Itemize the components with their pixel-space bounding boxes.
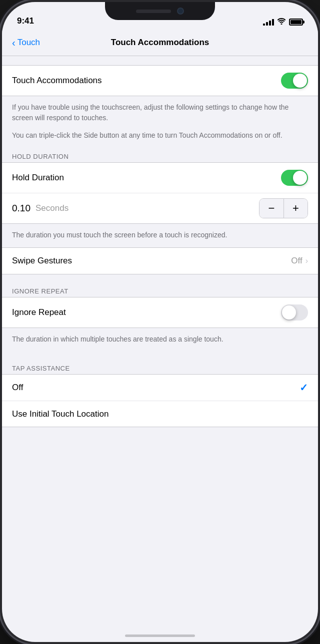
tap-assistance-section-header: TAP ASSISTANCE — [2, 361, 318, 374]
tap-assistance-initial-row[interactable]: Use Initial Touch Location — [2, 401, 318, 427]
home-indicator[interactable] — [125, 634, 195, 637]
toggle-knob-ignore — [282, 305, 296, 319]
swipe-gestures-nav-right: Off › — [291, 256, 308, 266]
tap-assistance-off-label: Off — [12, 383, 23, 393]
stepper-row: 0.10 Seconds − + — [2, 193, 318, 223]
ignore-repeat-toggle[interactable] — [281, 304, 308, 320]
touch-accommodations-row: Touch Accommodations — [2, 66, 318, 96]
ignore-repeat-row: Ignore Repeat — [2, 297, 318, 328]
swipe-gestures-label: Swipe Gestures — [12, 256, 72, 266]
toggle-knob-hold — [293, 171, 307, 185]
ignore-repeat-section-header: IGNORE REPEAT — [2, 283, 318, 297]
status-time: 9:41 — [17, 16, 34, 26]
nav-bar: ‹ Touch Touch Accommodations — [2, 29, 318, 56]
back-button[interactable]: ‹ Touch — [12, 38, 40, 48]
swipe-gestures-value: Off — [291, 256, 302, 266]
battery-icon — [289, 19, 303, 26]
back-chevron-icon: ‹ — [12, 38, 16, 48]
ignore-repeat-card: Ignore Repeat — [2, 297, 318, 328]
ignore-repeat-desc: The duration in which multiple touches a… — [2, 328, 318, 352]
stepper-minus-button[interactable]: − — [260, 199, 284, 218]
scroll-area[interactable]: Touch Accommodations If you have trouble… — [2, 56, 318, 600]
hold-duration-section-header: HOLD DURATION — [2, 149, 318, 162]
hold-duration-desc: The duration you must touch the screen b… — [2, 224, 318, 247]
stepper-unit: Seconds — [36, 203, 259, 213]
stepper-plus-button[interactable]: + — [284, 199, 308, 218]
hold-duration-toggle[interactable] — [281, 170, 308, 186]
section-gap-3 — [2, 352, 318, 361]
section-gap-1 — [2, 56, 318, 65]
swipe-gestures-row[interactable]: Swipe Gestures Off › — [2, 248, 318, 274]
page-title: Touch Accommodations — [111, 38, 209, 48]
touch-accommodations-desc1: If you have trouble using the touchscree… — [2, 96, 318, 130]
touch-accommodations-label: Touch Accommodations — [12, 76, 102, 86]
toggle-knob — [293, 74, 307, 88]
wifi-icon — [278, 18, 286, 26]
ignore-repeat-label: Ignore Repeat — [12, 307, 66, 317]
front-camera — [177, 8, 184, 15]
swipe-gestures-card: Swipe Gestures Off › — [2, 247, 318, 274]
tap-assistance-card: Off ✓ Use Initial Touch Location — [2, 374, 318, 427]
signal-icon — [263, 19, 274, 26]
touch-accommodations-desc2: You can triple-click the Side button at … — [2, 130, 318, 149]
tap-assistance-off-row[interactable]: Off ✓ — [2, 375, 318, 401]
hold-duration-row: Hold Duration — [2, 163, 318, 193]
status-icons — [263, 18, 303, 26]
back-label: Touch — [18, 38, 40, 48]
stepper-control: − + — [259, 198, 308, 218]
tap-assistance-initial-label: Use Initial Touch Location — [12, 409, 108, 419]
checkmark-icon: ✓ — [300, 382, 308, 394]
bottom-padding — [2, 427, 318, 447]
hold-duration-card: Hold Duration 0.10 Seconds − + — [2, 162, 318, 224]
notch — [105, 2, 215, 20]
touch-accommodations-card: Touch Accommodations — [2, 65, 318, 96]
phone-screen: 9:41 ‹ Touch T — [2, 2, 318, 642]
section-gap-2 — [2, 274, 318, 283]
speaker — [136, 10, 171, 13]
stepper-value: 0.10 — [12, 203, 30, 214]
touch-accommodations-toggle[interactable] — [281, 73, 308, 89]
hold-duration-label: Hold Duration — [12, 173, 64, 183]
chevron-right-icon: › — [306, 256, 308, 265]
phone-frame: 9:41 ‹ Touch T — [0, 0, 320, 644]
